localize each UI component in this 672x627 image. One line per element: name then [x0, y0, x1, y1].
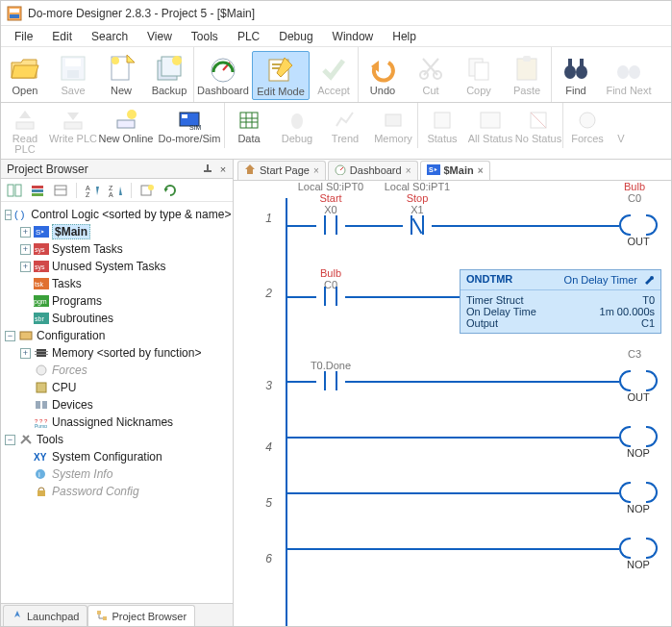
tree-node-unused-system-tasks[interactable]: +sysUnused System Tasks — [20, 258, 231, 275]
write-plc-button[interactable]: Write PLC — [49, 107, 97, 157]
expand-icon[interactable]: + — [20, 227, 31, 238]
menu-tools[interactable]: Tools — [182, 28, 228, 45]
tool-1[interactable] — [5, 182, 24, 199]
menu-help[interactable]: Help — [383, 28, 426, 45]
menu-view[interactable]: View — [137, 28, 182, 45]
expand-icon[interactable]: + — [20, 348, 31, 359]
tree-node-cpu[interactable]: CPU — [20, 379, 231, 396]
status-button[interactable]: Status — [418, 107, 466, 146]
tree-node-control-logic[interactable]: − ( ) Control Logic <sorted by type & na… — [5, 206, 231, 223]
tree-node-forces[interactable]: Forces — [20, 362, 231, 379]
tree-node-subroutines[interactable]: sbrSubroutines — [20, 310, 231, 327]
svg-rect-1 — [10, 9, 19, 13]
read-plc-button[interactable]: Read PLC — [1, 107, 49, 157]
menu-debug[interactable]: Debug — [269, 28, 322, 45]
tree-node-password-config[interactable]: Password Config — [20, 483, 231, 500]
tree-node-unassigned-nicknames[interactable]: ? ? ?PumpUnassigned Nicknames — [20, 414, 231, 431]
pin-button[interactable] — [200, 162, 215, 177]
tool-sort-b[interactable]: ZA — [106, 182, 125, 199]
tree-node-system-configuration[interactable]: XYSystem Configuration — [20, 448, 231, 465]
editor-area: Start Page × Dashboard × S‣ $Main × — [234, 160, 671, 626]
cut-button[interactable]: Cut — [407, 51, 455, 100]
tool-sort-a[interactable]: AZ — [83, 182, 102, 199]
close-icon[interactable]: × — [313, 165, 319, 176]
nop-coil[interactable]: NOP — [619, 426, 658, 447]
accept-button[interactable]: Accept — [310, 51, 358, 100]
close-icon[interactable]: × — [478, 165, 484, 176]
tab-project-browser[interactable]: Project Browser — [87, 605, 195, 626]
tool-new-item[interactable] — [137, 182, 157, 199]
expand-icon[interactable]: + — [20, 244, 31, 255]
tree-node-system-info[interactable]: iSystem Info — [20, 465, 231, 483]
instruction-box-ondtmr[interactable]: ONDTMR On Delay Timer Timer StructT0 On … — [460, 269, 661, 334]
wrench-icon[interactable] — [643, 273, 655, 287]
rung-number: 1 — [234, 212, 272, 225]
tree-node-system-tasks[interactable]: +sysSystem Tasks — [20, 240, 231, 258]
tab-dashboard[interactable]: Dashboard × — [328, 161, 418, 180]
nop-coil[interactable]: NOP — [619, 538, 658, 559]
svg-point-10 — [112, 57, 119, 64]
rung-5[interactable]: 5 NOP — [234, 465, 671, 521]
tree-node-devices[interactable]: Devices — [20, 396, 231, 414]
new-button[interactable]: New — [97, 51, 145, 100]
contact-no[interactable] — [316, 287, 345, 306]
menu-file[interactable]: File — [5, 28, 42, 45]
rung-1[interactable]: 1 Local S0:iPT0StartX0 Local S0:iPT1Stop… — [234, 181, 671, 256]
tree-node-configuration[interactable]: − Configuration — [5, 327, 231, 344]
menu-search[interactable]: Search — [82, 28, 137, 45]
collapse-icon[interactable]: − — [5, 331, 15, 341]
find-button[interactable]: Find — [552, 51, 600, 100]
tree-node-main[interactable]: +S‣$Main — [20, 223, 231, 240]
no-status-button[interactable]: No Status — [514, 107, 562, 146]
open-button[interactable]: Open — [1, 51, 49, 100]
expand-icon[interactable]: + — [20, 262, 31, 272]
paste-button[interactable]: Paste — [503, 51, 551, 100]
close-panel-button[interactable]: × — [215, 162, 231, 177]
edit-mode-button[interactable]: Edit Mode — [252, 51, 310, 100]
tab-launchpad[interactable]: Launchpad — [3, 605, 87, 626]
value-button[interactable]: V — [611, 107, 631, 146]
tab-main[interactable]: S‣ $Main × — [420, 161, 490, 180]
collapse-icon[interactable]: − — [5, 435, 15, 445]
contact-no[interactable] — [316, 215, 345, 235]
save-button[interactable]: Save — [49, 51, 97, 100]
contact-no[interactable] — [316, 371, 345, 390]
backup-button[interactable]: Backup — [145, 51, 193, 100]
forces-button[interactable]: Forces — [563, 107, 611, 146]
tool-3[interactable] — [51, 182, 70, 199]
menu-plc[interactable]: PLC — [228, 28, 269, 45]
project-tree[interactable]: − ( ) Control Logic <sorted by type & na… — [1, 202, 233, 603]
find-next-button[interactable]: Find Next — [600, 51, 658, 100]
tree-node-tasks[interactable]: tskTasks — [20, 275, 231, 292]
output-coil[interactable]: OUT — [619, 214, 658, 236]
svg-point-30 — [617, 65, 629, 79]
tree-node-programs[interactable]: pgmPrograms — [20, 292, 231, 310]
tree-node-memory[interactable]: +Memory <sorted by function> — [20, 344, 231, 362]
debug-button[interactable]: Debug — [273, 107, 321, 146]
close-icon[interactable]: × — [406, 165, 411, 176]
tool-2[interactable] — [28, 182, 47, 199]
nop-coil[interactable]: NOP — [619, 482, 658, 503]
undo-button[interactable]: Undo — [359, 51, 407, 100]
menu-edit[interactable]: Edit — [42, 28, 82, 45]
trend-button[interactable]: Trend — [321, 107, 369, 146]
rung-6[interactable]: 6 NOP — [234, 521, 671, 577]
collapse-icon[interactable]: − — [5, 210, 12, 220]
tab-start-page[interactable]: Start Page × — [237, 161, 326, 180]
tool-refresh[interactable] — [161, 182, 180, 199]
copy-button[interactable]: Copy — [455, 51, 503, 100]
new-online-button[interactable]: New Online — [97, 107, 155, 157]
rung-2[interactable]: 2 BulbC0 ONDTMR On Delay Timer — [234, 256, 671, 348]
menu-window[interactable]: Window — [323, 28, 384, 45]
data-button[interactable]: Data — [225, 107, 273, 146]
tree-node-tools[interactable]: − Tools — [5, 431, 231, 448]
output-coil[interactable]: OUT — [619, 370, 658, 391]
ladder-editor[interactable]: 1 Local S0:iPT0StartX0 Local S0:iPT1Stop… — [234, 181, 671, 626]
rung-4[interactable]: 4 NOP — [234, 410, 671, 465]
contact-nc[interactable] — [403, 215, 432, 235]
do-more-sim-button[interactable]: SIMDo-more/Sim — [155, 107, 224, 157]
dashboard-button[interactable]: Dashboard — [194, 51, 252, 100]
rung-3[interactable]: 3 T0.Done C3 OUT — [234, 348, 671, 410]
memory-button[interactable]: Memory — [369, 107, 417, 146]
all-status-button[interactable]: All Status — [466, 107, 514, 146]
